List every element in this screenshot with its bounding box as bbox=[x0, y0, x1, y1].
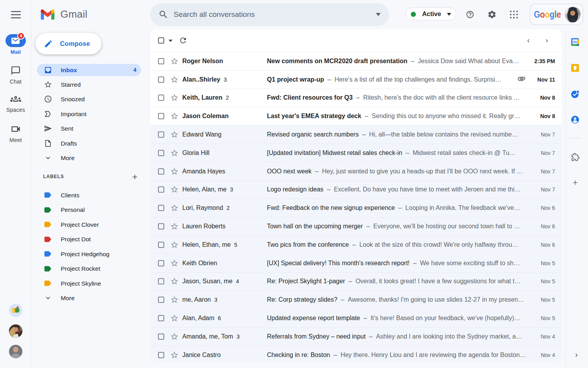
svg-text:31: 31 bbox=[573, 40, 577, 44]
